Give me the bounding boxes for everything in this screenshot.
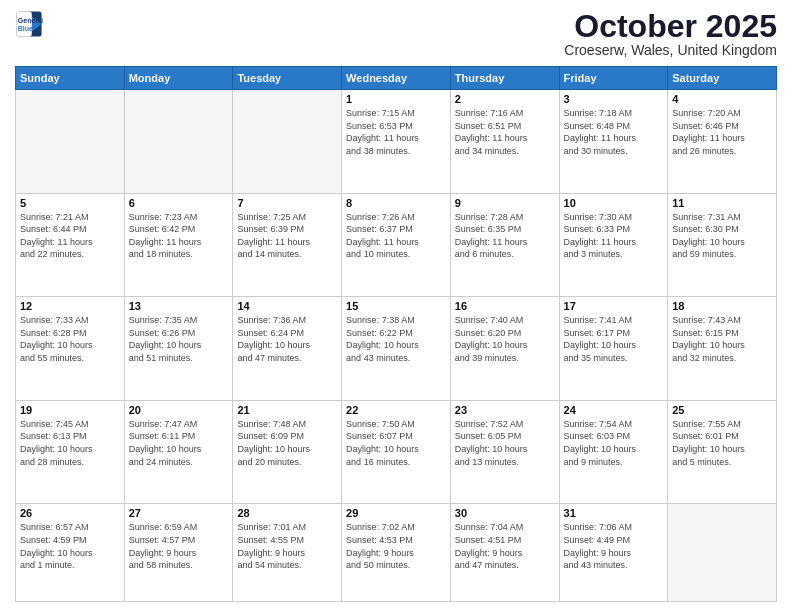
day-info: Sunrise: 7:47 AMSunset: 6:11 PMDaylight:…: [129, 418, 229, 468]
location: Croeserw, Wales, United Kingdom: [564, 42, 777, 58]
day-number: 2: [455, 93, 555, 105]
calendar-cell: 20Sunrise: 7:47 AMSunset: 6:11 PMDayligh…: [124, 400, 233, 504]
day-info: Sunrise: 7:38 AMSunset: 6:22 PMDaylight:…: [346, 314, 446, 364]
day-number: 27: [129, 507, 229, 519]
calendar-cell: 15Sunrise: 7:38 AMSunset: 6:22 PMDayligh…: [342, 297, 451, 401]
calendar-cell: 3Sunrise: 7:18 AMSunset: 6:48 PMDaylight…: [559, 90, 668, 194]
calendar-cell: 27Sunrise: 6:59 AMSunset: 4:57 PMDayligh…: [124, 504, 233, 602]
day-info: Sunrise: 7:41 AMSunset: 6:17 PMDaylight:…: [564, 314, 664, 364]
calendar-cell: 8Sunrise: 7:26 AMSunset: 6:37 PMDaylight…: [342, 193, 451, 297]
day-number: 30: [455, 507, 555, 519]
day-number: 29: [346, 507, 446, 519]
day-number: 8: [346, 197, 446, 209]
calendar-cell: 5Sunrise: 7:21 AMSunset: 6:44 PMDaylight…: [16, 193, 125, 297]
day-info: Sunrise: 7:35 AMSunset: 6:26 PMDaylight:…: [129, 314, 229, 364]
calendar-cell: 13Sunrise: 7:35 AMSunset: 6:26 PMDayligh…: [124, 297, 233, 401]
calendar-cell: 10Sunrise: 7:30 AMSunset: 6:33 PMDayligh…: [559, 193, 668, 297]
day-info: Sunrise: 7:45 AMSunset: 6:13 PMDaylight:…: [20, 418, 120, 468]
calendar-cell: 12Sunrise: 7:33 AMSunset: 6:28 PMDayligh…: [16, 297, 125, 401]
day-number: 14: [237, 300, 337, 312]
day-info: Sunrise: 7:31 AMSunset: 6:30 PMDaylight:…: [672, 211, 772, 261]
day-number: 21: [237, 404, 337, 416]
day-info: Sunrise: 7:30 AMSunset: 6:33 PMDaylight:…: [564, 211, 664, 261]
day-number: 18: [672, 300, 772, 312]
day-info: Sunrise: 7:20 AMSunset: 6:46 PMDaylight:…: [672, 107, 772, 157]
calendar-cell: [668, 504, 777, 602]
day-info: Sunrise: 7:25 AMSunset: 6:39 PMDaylight:…: [237, 211, 337, 261]
day-number: 4: [672, 93, 772, 105]
day-number: 23: [455, 404, 555, 416]
day-number: 12: [20, 300, 120, 312]
svg-rect-2: [16, 11, 31, 36]
day-info: Sunrise: 7:50 AMSunset: 6:07 PMDaylight:…: [346, 418, 446, 468]
calendar-week-4: 19Sunrise: 7:45 AMSunset: 6:13 PMDayligh…: [16, 400, 777, 504]
day-info: Sunrise: 7:26 AMSunset: 6:37 PMDaylight:…: [346, 211, 446, 261]
day-number: 24: [564, 404, 664, 416]
calendar-cell: 31Sunrise: 7:06 AMSunset: 4:49 PMDayligh…: [559, 504, 668, 602]
day-number: 26: [20, 507, 120, 519]
day-header-thursday: Thursday: [450, 67, 559, 90]
day-info: Sunrise: 7:36 AMSunset: 6:24 PMDaylight:…: [237, 314, 337, 364]
day-number: 9: [455, 197, 555, 209]
calendar-cell: 24Sunrise: 7:54 AMSunset: 6:03 PMDayligh…: [559, 400, 668, 504]
calendar-cell: 26Sunrise: 6:57 AMSunset: 4:59 PMDayligh…: [16, 504, 125, 602]
day-number: 28: [237, 507, 337, 519]
calendar-cell: [233, 90, 342, 194]
calendar-cell: 29Sunrise: 7:02 AMSunset: 4:53 PMDayligh…: [342, 504, 451, 602]
day-number: 31: [564, 507, 664, 519]
calendar-cell: 11Sunrise: 7:31 AMSunset: 6:30 PMDayligh…: [668, 193, 777, 297]
day-number: 3: [564, 93, 664, 105]
calendar-cell: [16, 90, 125, 194]
calendar-cell: 1Sunrise: 7:15 AMSunset: 6:53 PMDaylight…: [342, 90, 451, 194]
calendar-week-2: 5Sunrise: 7:21 AMSunset: 6:44 PMDaylight…: [16, 193, 777, 297]
day-number: 7: [237, 197, 337, 209]
calendar-cell: 16Sunrise: 7:40 AMSunset: 6:20 PMDayligh…: [450, 297, 559, 401]
day-number: 16: [455, 300, 555, 312]
day-info: Sunrise: 7:16 AMSunset: 6:51 PMDaylight:…: [455, 107, 555, 157]
day-number: 19: [20, 404, 120, 416]
day-info: Sunrise: 6:59 AMSunset: 4:57 PMDaylight:…: [129, 521, 229, 571]
page: General Blue October 2025 Croeserw, Wale…: [0, 0, 792, 612]
calendar-cell: 18Sunrise: 7:43 AMSunset: 6:15 PMDayligh…: [668, 297, 777, 401]
calendar-cell: [124, 90, 233, 194]
calendar-cell: 25Sunrise: 7:55 AMSunset: 6:01 PMDayligh…: [668, 400, 777, 504]
day-info: Sunrise: 7:43 AMSunset: 6:15 PMDaylight:…: [672, 314, 772, 364]
day-number: 15: [346, 300, 446, 312]
day-info: Sunrise: 7:55 AMSunset: 6:01 PMDaylight:…: [672, 418, 772, 468]
day-info: Sunrise: 7:06 AMSunset: 4:49 PMDaylight:…: [564, 521, 664, 571]
day-number: 1: [346, 93, 446, 105]
calendar-cell: 17Sunrise: 7:41 AMSunset: 6:17 PMDayligh…: [559, 297, 668, 401]
calendar-cell: 30Sunrise: 7:04 AMSunset: 4:51 PMDayligh…: [450, 504, 559, 602]
day-info: Sunrise: 7:54 AMSunset: 6:03 PMDaylight:…: [564, 418, 664, 468]
calendar-header-row: SundayMondayTuesdayWednesdayThursdayFrid…: [16, 67, 777, 90]
logo-icon: General Blue: [15, 10, 43, 38]
day-info: Sunrise: 7:01 AMSunset: 4:55 PMDaylight:…: [237, 521, 337, 571]
day-number: 25: [672, 404, 772, 416]
day-number: 17: [564, 300, 664, 312]
day-header-friday: Friday: [559, 67, 668, 90]
month-title: October 2025: [564, 10, 777, 42]
header: General Blue October 2025 Croeserw, Wale…: [15, 10, 777, 58]
day-info: Sunrise: 7:52 AMSunset: 6:05 PMDaylight:…: [455, 418, 555, 468]
calendar-cell: 6Sunrise: 7:23 AMSunset: 6:42 PMDaylight…: [124, 193, 233, 297]
day-header-sunday: Sunday: [16, 67, 125, 90]
day-info: Sunrise: 7:02 AMSunset: 4:53 PMDaylight:…: [346, 521, 446, 571]
day-number: 22: [346, 404, 446, 416]
day-header-tuesday: Tuesday: [233, 67, 342, 90]
day-info: Sunrise: 7:23 AMSunset: 6:42 PMDaylight:…: [129, 211, 229, 261]
calendar-cell: 22Sunrise: 7:50 AMSunset: 6:07 PMDayligh…: [342, 400, 451, 504]
svg-text:General: General: [18, 17, 43, 24]
day-header-saturday: Saturday: [668, 67, 777, 90]
calendar-cell: 4Sunrise: 7:20 AMSunset: 6:46 PMDaylight…: [668, 90, 777, 194]
calendar-cell: 9Sunrise: 7:28 AMSunset: 6:35 PMDaylight…: [450, 193, 559, 297]
day-number: 11: [672, 197, 772, 209]
day-number: 5: [20, 197, 120, 209]
logo: General Blue: [15, 10, 43, 38]
day-number: 10: [564, 197, 664, 209]
day-info: Sunrise: 7:28 AMSunset: 6:35 PMDaylight:…: [455, 211, 555, 261]
day-number: 20: [129, 404, 229, 416]
day-info: Sunrise: 7:21 AMSunset: 6:44 PMDaylight:…: [20, 211, 120, 261]
day-info: Sunrise: 6:57 AMSunset: 4:59 PMDaylight:…: [20, 521, 120, 571]
day-number: 6: [129, 197, 229, 209]
calendar-table: SundayMondayTuesdayWednesdayThursdayFrid…: [15, 66, 777, 602]
